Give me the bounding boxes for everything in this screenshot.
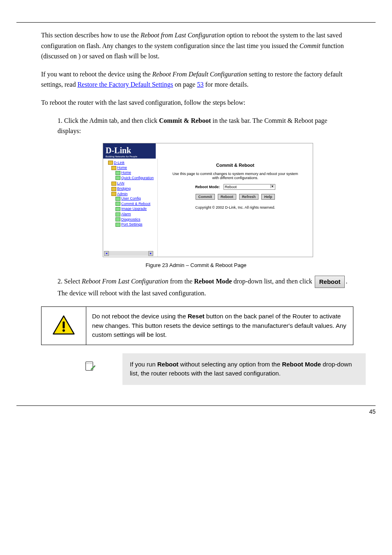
step-1: 1. Click the Admin tab, and then click C… [58,115,351,136]
figure-commit-reboot: D-Link Building Networks for People D-Li… [103,143,312,257]
page-icon [115,202,120,206]
note-callout: If you run Reboot without selecting any … [58,353,366,385]
tree-image-upgrade[interactable]: Image Upgrade [121,207,147,211]
page-icon [115,207,120,211]
note-icon [84,361,96,372]
scroll-left-icon[interactable]: ◂ [104,251,109,256]
tree-alarm[interactable]: Alarm [121,212,131,216]
tree-lan[interactable]: LAN [117,181,125,185]
footer-rule [16,405,376,406]
page-title: Commit & Reboot [158,163,313,168]
page-icon [115,176,120,180]
reboot-button[interactable]: Reboot [218,194,236,200]
tree-diagnostics[interactable]: Diagnostics [121,217,141,221]
header-rule [16,22,376,23]
folder-icon [111,182,116,186]
reboot-mode-select[interactable]: Reboot [224,184,275,190]
page-number: 45 [369,408,376,415]
brand-logo: D-Link Building Networks for People [103,143,156,159]
commit-button[interactable]: Commit [196,194,215,200]
folder-icon [111,166,116,170]
refresh-button[interactable]: Refresh [239,194,259,200]
svg-rect-1 [62,322,65,329]
intro-para-1: This section describes how to use the Re… [41,30,351,62]
tree-root[interactable]: D-Link [114,161,125,165]
tree-home-folder[interactable]: Home [117,166,127,170]
warning-callout: Do not reboot the device using the Reset… [41,306,353,345]
tree-admin[interactable]: Admin [117,192,128,196]
tree-home[interactable]: Home [121,170,131,175]
copyright: Copyright © 2002 D-Link, Inc. All rights… [158,205,313,210]
tree-port-settings[interactable]: Port Settings [121,222,143,226]
scroll-right-icon[interactable]: ▸ [148,251,153,256]
intro-para-2: If you want to reboot the device using t… [41,69,351,90]
tree-bridging[interactable]: Bridging [117,187,131,191]
step-2: 2. Select Reboot From Last Configuration… [58,276,351,299]
page-description: Use this page to commit changes to syste… [170,172,300,180]
tree-quick-config[interactable]: Quick Configuration [121,176,154,180]
page-icon [115,223,120,227]
page-icon [115,212,120,216]
tree-commit-reboot[interactable]: Commit & Reboot [121,202,150,206]
warning-icon [53,315,75,335]
page-icon [115,217,120,221]
folder-icon [111,187,116,191]
help-button[interactable]: Help [261,194,275,200]
page-ref-link[interactable]: 53 [197,81,203,88]
reboot-button-inline: Reboot [315,276,345,288]
svg-point-2 [62,329,65,332]
reboot-mode-label: Reboot Mode: [195,185,220,189]
folder-icon [108,161,113,165]
step-lead: To reboot the router with the last saved… [41,97,351,108]
figure-caption: Figure 23 Admin – Commit & Reboot Page [16,262,376,268]
tree-user-config[interactable]: User Config [121,196,141,200]
restore-link[interactable]: Restore the Factory Default Settings [77,81,173,88]
page-icon [115,197,120,201]
page-icon [115,171,120,175]
tree-scrollbar[interactable]: ◂ ▸ [104,251,153,256]
folder-icon [111,192,116,196]
nav-tree: D-Link Home Home Quick Configuration LAN… [103,159,158,257]
